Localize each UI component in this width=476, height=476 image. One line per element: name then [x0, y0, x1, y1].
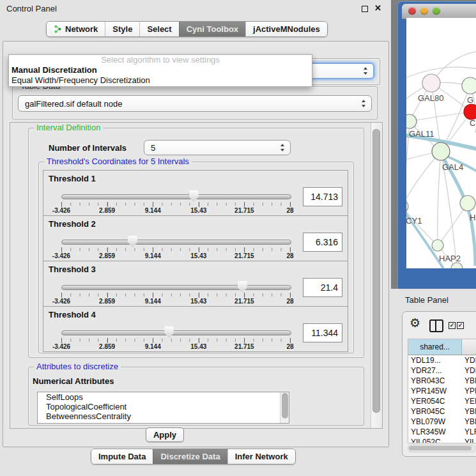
tab-style[interactable]: Style: [105, 22, 139, 36]
tab-cyni-toolbox[interactable]: Cyni Toolbox: [179, 22, 245, 36]
number-of-intervals-combobox[interactable]: 5: [144, 140, 291, 155]
table-row[interactable]: YIL052CYIL0: [408, 437, 476, 443]
network-node[interactable]: [432, 142, 450, 160]
tab-discretize-data[interactable]: Discretize Data: [153, 449, 227, 464]
attributes-scrollbar-thumb[interactable]: [282, 393, 288, 418]
split-columns-icon[interactable]: [429, 319, 443, 332]
slider-thumb[interactable]: [128, 236, 137, 247]
apply-button[interactable]: Apply: [146, 427, 184, 442]
threshold-slider[interactable]: -3.4262.8599.14415.4321.71528: [61, 235, 290, 259]
dropdown-item-equal-width-frequency[interactable]: Equal Width/Frequency Discretization: [9, 75, 312, 86]
gear-icon[interactable]: ⚙: [410, 316, 420, 330]
threshold-slider[interactable]: -3.4262.8599.14415.4321.71528: [61, 190, 290, 214]
numerical-attributes-list[interactable]: SelfLoopsTopologicalCoefficientBetweenne…: [37, 392, 289, 424]
table-row[interactable]: YBL079WYBL0: [408, 417, 476, 427]
tab-select[interactable]: Select: [139, 22, 178, 36]
settings-scrollpane: Interval Definition Number of Intervals …: [10, 122, 383, 429]
table-row[interactable]: YLR345WYLR3: [408, 427, 476, 437]
slider-thumb[interactable]: [238, 281, 247, 293]
table-row[interactable]: YPR145WYPR1: [408, 386, 476, 396]
threshold-value-box[interactable]: 11.344: [303, 323, 342, 342]
table-cell: YBL0: [464, 417, 476, 426]
table-cell: YDR2: [464, 366, 476, 375]
network-canvas[interactable]: GAL80GCGAL11GAL4HGCY1HAP2: [406, 18, 476, 268]
tab-infer-network[interactable]: Infer Network: [227, 449, 295, 464]
table-row[interactable]: YDL19...YDL1: [408, 355, 476, 365]
table-data-group: Table Data galFiltered.sif default node: [12, 86, 378, 119]
slider-tick-label: -3.426: [52, 207, 70, 214]
list-item[interactable]: SelfLoops: [38, 392, 289, 402]
settings-vertical-scrollbar[interactable]: [371, 123, 382, 428]
network-node[interactable]: [460, 196, 475, 211]
slider-tick-label: 2.859: [99, 298, 115, 305]
slider-major-tick: [153, 338, 153, 343]
node-attribute-table[interactable]: shared... na YDL19...YDL1YDR27...YDR2YBR…: [408, 339, 476, 443]
threshold-value-box[interactable]: 6.316: [303, 233, 342, 252]
threshold-value-box[interactable]: 21.4: [303, 278, 342, 297]
minimize-traffic-light[interactable]: [420, 7, 428, 15]
table-cell: YIL0: [464, 438, 476, 443]
list-item[interactable]: BetweennessCentrality: [38, 411, 289, 421]
table-row[interactable]: YER054CYER0: [408, 396, 476, 406]
threshold-panel: Threshold 4-3.4262.8599.14415.4321.71528…: [43, 306, 348, 352]
tab-network[interactable]: Network: [47, 22, 105, 36]
attributes-group-title: Attributes to discretize: [34, 362, 121, 371]
settings-scrollbar-thumb[interactable]: [372, 129, 380, 413]
slider-track[interactable]: [61, 194, 291, 199]
network-node[interactable]: [422, 74, 440, 92]
dropdown-hint-item[interactable]: Select algorithm to view settings: [9, 55, 312, 65]
tab-jactivemnodules[interactable]: jActiveMNodules: [245, 22, 327, 36]
zoom-traffic-light[interactable]: [433, 7, 440, 15]
slider-tick-label: 28: [286, 207, 293, 214]
slider-major-tick: [153, 293, 153, 298]
tab-impute-data[interactable]: Impute Data: [91, 449, 153, 464]
network-node[interactable]: [406, 200, 408, 213]
slider-tick-label: 15.43: [190, 252, 206, 259]
table-panel-region: Table Panel ⚙ ✓ ✓ shared... na YDL19...Y…: [391, 289, 476, 476]
dropdown-item-manual-discretization[interactable]: Manual Discretization: [9, 65, 312, 75]
table-row[interactable]: YBR043CYBR0: [408, 376, 476, 386]
slider-thumb[interactable]: [164, 326, 174, 338]
network-node-label: C: [470, 118, 475, 128]
close-traffic-light[interactable]: [408, 7, 416, 15]
close-icon[interactable]: ✕: [374, 3, 381, 13]
network-node-label: H: [470, 213, 475, 222]
slider-track[interactable]: [61, 285, 291, 290]
network-edge: [438, 151, 441, 245]
threshold-slider[interactable]: -3.4262.8599.14415.4321.71528: [61, 280, 290, 305]
slider-track[interactable]: [61, 240, 291, 245]
column-header-name[interactable]: na: [462, 339, 476, 355]
table-row[interactable]: YBR045CYBR0: [408, 406, 476, 417]
attributes-list-scrollbar[interactable]: [280, 392, 289, 423]
right-column: GAL80GCGAL11GAL4HGCY1HAP2 Table Panel ⚙ …: [391, 0, 476, 476]
tab-style-label: Style: [112, 24, 132, 34]
network-node[interactable]: [464, 104, 476, 119]
combobox-spinner-icon: [280, 144, 286, 151]
column-header-shared[interactable]: shared...: [408, 339, 462, 355]
table-row[interactable]: YDR27...YDR2: [408, 365, 476, 376]
threshold-label: Threshold 1: [49, 174, 96, 183]
table-cell: YBR045C: [411, 407, 445, 416]
table-hscrollbar-thumb[interactable]: [409, 446, 472, 450]
network-node[interactable]: [406, 114, 417, 128]
checkbox-icon-1[interactable]: ✓: [449, 322, 456, 329]
network-node-label: GCY1: [406, 216, 422, 226]
network-node[interactable]: [432, 240, 443, 251]
threshold-slider[interactable]: -3.4262.8599.14415.4321.71528: [61, 326, 290, 350]
slider-track[interactable]: [61, 330, 291, 335]
network-window-titlebar[interactable]: [402, 4, 476, 19]
tab-discretize-data-label: Discretize Data: [160, 452, 220, 461]
threshold-value-box[interactable]: 14.713: [303, 187, 342, 206]
window-title: Control Panel: [6, 4, 57, 13]
table-data-combobox[interactable]: galFiltered.sif default node: [18, 95, 372, 112]
slider-major-tick: [199, 338, 199, 343]
network-node[interactable]: [462, 77, 476, 94]
float-window-icon[interactable]: [362, 6, 368, 12]
slider-thumb[interactable]: [189, 190, 199, 202]
table-horizontal-scrollbar[interactable]: [408, 445, 475, 452]
control-panel-titlebar[interactable]: Control Panel ✕: [0, 0, 391, 17]
checkbox-icon-2[interactable]: ✓: [457, 322, 464, 329]
table-header-row: shared... na: [408, 339, 476, 355]
list-item[interactable]: TopologicalCoefficient: [38, 402, 289, 411]
table-cell: YIL052C: [411, 438, 441, 443]
